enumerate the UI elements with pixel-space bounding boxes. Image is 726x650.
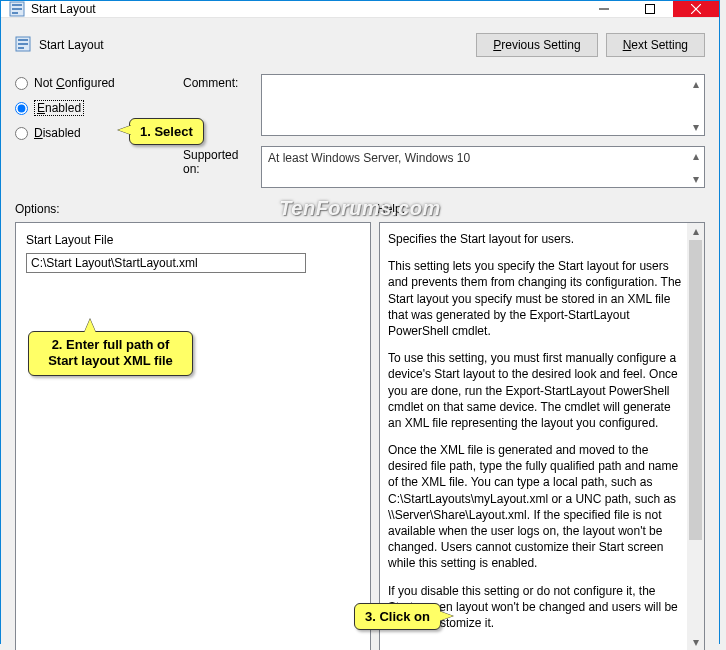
close-button[interactable] <box>673 1 719 17</box>
supported-label: Supported on: <box>183 140 253 188</box>
svg-rect-1 <box>12 4 22 6</box>
maximize-button[interactable] <box>627 1 673 17</box>
scroll-down-icon[interactable]: ▾ <box>687 118 704 135</box>
help-text: Once the XML file is generated and moved… <box>388 442 684 572</box>
titlebar[interactable]: Start Layout <box>1 1 719 18</box>
svg-rect-11 <box>18 47 24 49</box>
radio-enabled[interactable]: Enabled <box>15 100 175 116</box>
dialog-window: Start Layout Start Layout <box>0 0 720 644</box>
pane-headers: Options: Help: <box>15 202 705 216</box>
callout-tail-icon <box>84 319 96 333</box>
previous-setting-button[interactable]: Previous Setting <box>476 33 597 57</box>
next-setting-button[interactable]: Next Setting <box>606 33 705 57</box>
minimize-button[interactable] <box>581 1 627 17</box>
start-layout-file-label: Start Layout File <box>26 233 360 247</box>
scroll-down-icon[interactable]: ▾ <box>687 633 704 650</box>
help-text: To use this setting, you must first manu… <box>388 350 684 431</box>
annotation-text: 2. Enter full path of Start layout XML f… <box>48 337 173 368</box>
annotation-callout-2: 2. Enter full path of Start layout XML f… <box>28 331 193 376</box>
annotation-text: 1. Select <box>140 124 193 139</box>
svg-rect-10 <box>18 43 28 45</box>
svg-rect-2 <box>12 8 22 10</box>
help-pane: Specifies the Start layout for users. Th… <box>379 222 705 650</box>
options-pane: Start Layout File <box>15 222 371 650</box>
help-scrollbar[interactable]: ▴ ▾ <box>687 223 704 650</box>
scroll-down-icon[interactable]: ▾ <box>687 170 704 187</box>
radio-enabled-input[interactable] <box>15 102 28 115</box>
callout-tail-icon <box>118 125 132 135</box>
scroll-up-icon[interactable]: ▴ <box>687 223 704 240</box>
radio-disabled-input[interactable] <box>15 127 28 140</box>
start-layout-file-input[interactable] <box>26 253 306 273</box>
radio-not-configured-input[interactable] <box>15 77 28 90</box>
window-controls <box>581 1 719 17</box>
panes: Start Layout File Specifies the Start la… <box>15 222 705 650</box>
annotation-callout-3: 3. Click on <box>354 603 441 630</box>
svg-rect-5 <box>646 5 655 14</box>
radio-not-configured[interactable]: Not Configured <box>15 76 175 90</box>
svg-rect-3 <box>12 12 18 14</box>
help-text: This setting lets you specify the Start … <box>388 258 684 339</box>
svg-rect-9 <box>18 39 28 41</box>
header-row: Start Layout Previous Setting Next Setti… <box>15 28 705 62</box>
help-label: Help: <box>377 202 705 216</box>
callout-tail-icon <box>439 611 453 621</box>
annotation-callout-1: 1. Select <box>129 118 204 145</box>
annotation-text: 3. Click on <box>365 609 430 624</box>
supported-on-box: At least Windows Server, Windows 10 ▴ ▾ <box>261 146 705 188</box>
help-text: Specifies the Start layout for users. <box>388 231 684 247</box>
scroll-up-icon[interactable]: ▴ <box>687 147 704 164</box>
scrollbar-thumb[interactable] <box>689 240 702 540</box>
gp-setting-icon <box>9 1 25 17</box>
window-title: Start Layout <box>31 2 581 16</box>
gp-setting-icon <box>15 36 31 55</box>
scroll-up-icon[interactable]: ▴ <box>687 75 704 92</box>
comment-textarea[interactable]: ▴ ▾ <box>261 74 705 136</box>
supported-on-text: At least Windows Server, Windows 10 <box>262 147 704 169</box>
page-title: Start Layout <box>39 38 104 52</box>
options-label: Options: <box>15 202 377 216</box>
